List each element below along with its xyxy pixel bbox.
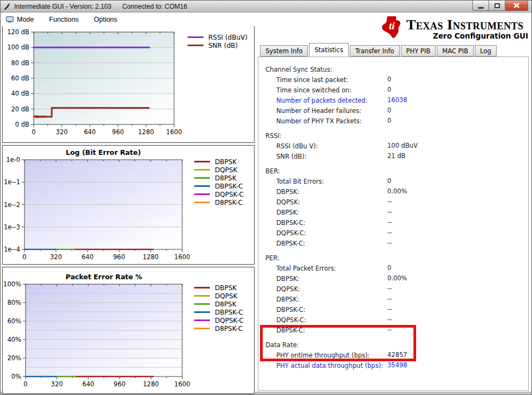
stat-label: DBPSK: [276, 275, 299, 283]
stat-label: PHY actual data throughput (bps): [276, 362, 383, 369]
svg-text:1280: 1280 [138, 128, 154, 136]
legend-line-swatch [188, 45, 203, 46]
rssi-snr-chart-panel: 0 dB20 dB40 dB60 dB80 dB100 dB120 dB0320… [2, 26, 255, 143]
stat-value: 21 dB [387, 151, 405, 161]
maximize-button[interactable] [488, 1, 505, 11]
tab-log[interactable]: Log [475, 45, 497, 57]
svg-text:320: 320 [51, 380, 63, 388]
legend-line-swatch [194, 319, 210, 321]
legend-label: DBPSK-C [215, 183, 243, 190]
menu-item-options[interactable]: Options [94, 16, 117, 23]
svg-text:1600: 1600 [174, 253, 190, 261]
stat-value: -- [387, 294, 392, 304]
legend-item: DBPSK-C [194, 182, 244, 190]
legend-line-swatch [194, 287, 210, 289]
svg-text:60 dB: 60 dB [11, 74, 30, 82]
chart-title: Log (Bit Error Rate) [66, 148, 141, 156]
branding-header: ti Texas Instruments Zero Configuration … [376, 15, 529, 44]
legend-item: DQPSK-C [194, 190, 244, 198]
stat-row: Number of packets detected:16038 [265, 95, 528, 105]
stat-label: D8PSK: [276, 209, 299, 216]
stat-label: RSSI (dBu V): [276, 142, 318, 150]
stat-label: Number of Header failures: [276, 107, 361, 115]
window-controls [473, 1, 528, 11]
svg-text:0: 0 [32, 128, 35, 136]
legend-line-swatch [194, 185, 210, 187]
stat-value: -- [387, 325, 392, 335]
app-icon [4, 3, 11, 10]
legend-label: D8PSK-C [215, 325, 243, 333]
stat-label: Number of packets detected: [276, 97, 368, 104]
svg-text:1e--4: 1e--4 [4, 246, 20, 253]
svg-text:1e--3: 1e--3 [4, 223, 20, 231]
legend-label: DBPSK [215, 284, 237, 292]
svg-text:80 dB: 80 dB [11, 59, 30, 67]
legend-item: DQPSK [194, 166, 244, 174]
menu-item-label: Mode [17, 16, 34, 23]
legend-line-swatch [194, 202, 210, 203]
svg-text:960: 960 [113, 253, 125, 261]
stat-label: DQPSK: [276, 285, 300, 293]
legend-item: DQPSK [194, 292, 244, 300]
window-title: Intermediate GUI - Version: 2.103 [14, 3, 112, 10]
tab-transfer-info[interactable]: Transfer Info [350, 45, 400, 57]
bit-error-rate-chart-panel: 1e-01e--11e--21e--31e--40320640960128016… [2, 145, 255, 265]
stat-row: Total Packet Errors:0 [265, 263, 528, 273]
stat-row: Time since switched on:0 [265, 85, 528, 95]
svg-text:1600: 1600 [166, 128, 182, 136]
stat-value: -- [387, 304, 392, 314]
packet-error-rate-chart-panel: 0%20%40%60%80%100%032064096012801600Pack… [2, 267, 255, 394]
stat-row: DBPSK-C:-- [265, 217, 528, 228]
legend-item: DBPSK [194, 284, 244, 292]
stat-value: -- [387, 284, 392, 293]
tab-strip: System InfoStatisticsTransfer InfoPHY PI… [260, 45, 498, 57]
minimize-button[interactable] [472, 1, 489, 11]
legend-line-swatch [194, 161, 210, 162]
stat-value: 16038 [387, 95, 407, 105]
legend-line-swatch [194, 328, 210, 329]
section-title: Channel Sync Status: [265, 65, 528, 74]
maximize-icon [494, 3, 500, 8]
stat-value: 0 [387, 105, 391, 115]
title-bar: Intermediate GUI - Version: 2.103 Connec… [1, 1, 531, 12]
legend-line-swatch [194, 169, 210, 171]
svg-text:1e--2: 1e--2 [4, 201, 20, 209]
legend-label: SNR (dB) [208, 42, 238, 49]
stats-section: RSSI:RSSI (dBu V):100 dBuVSNR (dB):21 dB [265, 131, 528, 161]
tab-mac-pib[interactable]: MAC PIB [437, 45, 474, 57]
svg-text:0 dB: 0 dB [15, 121, 29, 128]
stat-label: DBPSK-C: [276, 306, 305, 314]
section-title: Data Rate: [265, 340, 528, 350]
stat-label: Number of PHY TX Packets: [276, 117, 362, 125]
stat-value: 0 [387, 263, 391, 273]
stats-section: Channel Sync Status:Time since last pack… [265, 65, 528, 126]
legend-label: DQPSK-C [215, 191, 244, 198]
legend-item: D8PSK-C [194, 198, 244, 206]
section-title: BER: [265, 166, 528, 176]
stats-section: PER:Total Packet Errors:0DBPSK:0.00%DQPS… [265, 253, 528, 335]
company-name: Texas Instruments [406, 17, 524, 33]
menu-item-functions[interactable]: Functions [49, 16, 78, 23]
stat-row: D8PSK-C:-- [265, 238, 528, 248]
tab-system-info[interactable]: System Info [260, 45, 308, 57]
legend-label: DBPSK-C [215, 309, 243, 316]
stat-value: 42857 [387, 350, 407, 360]
stat-row: PHY actual data throughput (bps):35498 [265, 360, 528, 371]
app-title: Zero Configuration GUI [433, 32, 528, 40]
legend-item: DBPSK [194, 158, 244, 166]
svg-text:960: 960 [114, 380, 126, 388]
tab-phy-pib[interactable]: PHY PIB [401, 45, 436, 57]
stat-row: RSSI (dBu V):100 dBuV [265, 141, 528, 151]
tab-statistics[interactable]: Statistics [309, 43, 349, 57]
close-button[interactable] [505, 1, 528, 11]
stat-value: 0 [387, 74, 391, 84]
legend-item: D8PSK-C [194, 324, 244, 333]
svg-text:320: 320 [56, 128, 68, 136]
svg-text:1e-0: 1e-0 [6, 156, 20, 164]
menu-item-mode[interactable]: Mode [6, 16, 34, 23]
stat-label: Time since last packet: [276, 76, 348, 84]
stat-row: Time since last packet:0 [265, 74, 528, 85]
stat-row: PHY ontime throughput (bps):42857 [265, 350, 528, 360]
stat-row: DBPSK:0.00% [265, 186, 528, 197]
svg-text:1600: 1600 [174, 380, 190, 388]
